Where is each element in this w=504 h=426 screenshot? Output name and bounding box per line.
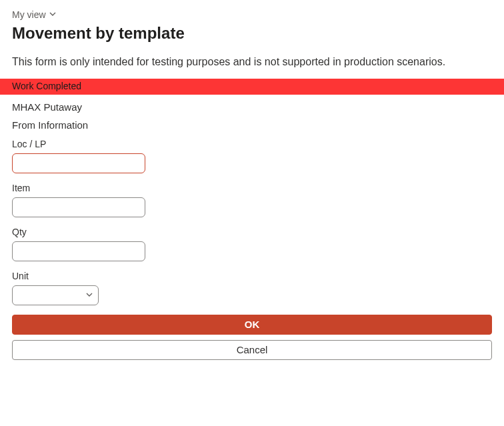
view-selector-label: My view <box>12 9 46 20</box>
task-type-label: MHAX Putaway <box>12 101 492 113</box>
item-input[interactable] <box>12 197 145 217</box>
loc-lp-input[interactable] <box>12 153 145 173</box>
work-completed-banner: Work Completed <box>0 79 504 95</box>
page-title: Movement by template <box>12 24 492 43</box>
unit-select[interactable] <box>12 285 99 305</box>
banner-text: Work Completed <box>12 81 81 91</box>
qty-label: Qty <box>12 227 492 237</box>
qty-input[interactable] <box>12 241 145 261</box>
view-selector[interactable]: My view <box>12 9 57 20</box>
chevron-down-icon <box>49 9 57 20</box>
ok-button[interactable]: OK <box>12 315 492 335</box>
unit-label: Unit <box>12 271 492 281</box>
disclaimer-text: This form is only intended for testing p… <box>12 55 479 69</box>
loc-lp-label: Loc / LP <box>12 139 492 149</box>
section-label: From Information <box>12 119 492 131</box>
item-label: Item <box>12 183 492 193</box>
cancel-button[interactable]: Cancel <box>12 340 492 360</box>
